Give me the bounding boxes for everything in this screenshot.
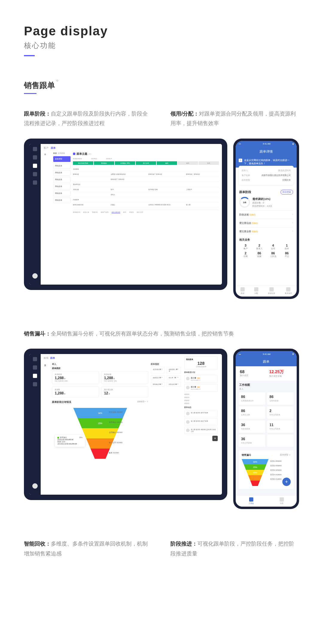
menu-icon[interactable] <box>33 357 37 361</box>
biz-cell[interactable]: 2联系人 <box>253 244 266 250</box>
svg-text:25%: 25% <box>253 466 257 468</box>
main-header: 客户 跟单 <box>44 146 219 150</box>
user-avatar[interactable] <box>32 483 38 489</box>
overview-row[interactable]: 超期未定56个 <box>151 375 165 380</box>
page-subtitle: 核心功能 <box>24 41 299 50</box>
chart-icon[interactable] <box>33 382 37 386</box>
section1-descriptions: 跟单阶段：自定义跟单阶段及阶段执行内容，阶段全流程推进记录，严控阶段推进过程 领… <box>24 109 299 128</box>
stage-chip[interactable]: 签订合同 <box>136 161 156 165</box>
tab-customer[interactable]: 客户 <box>44 146 48 150</box>
filter-item[interactable]: 网络跟单 <box>53 198 71 203</box>
right-panel: 我的跟单 128 正在跟进的跟单 跟单跟进计划 某小看 新购跟进内容摘要文字某小… <box>183 356 219 492</box>
overview-row[interactable]: 阶段推进56个 <box>151 382 165 387</box>
biz-cell[interactable]: 4合同 <box>267 244 279 250</box>
biz-cell[interactable]: 86线索 <box>253 251 266 258</box>
funnel-type-select[interactable]: 跟单类型一 ∨ <box>137 400 148 406</box>
overview-row[interactable]: 待售合同48个 <box>167 382 181 387</box>
tab-discover[interactable]: 发现 <box>44 357 48 359</box>
metric-cell[interactable]: 86近期无交数 <box>239 406 265 419</box>
desc-title: 销售漏斗： <box>24 331 51 337</box>
home-icon[interactable] <box>33 155 37 160</box>
funnel-type-select[interactable]: 跟单类型 ∨ <box>280 453 291 457</box>
tab-order[interactable]: 跟单 <box>50 357 55 359</box>
filter-item[interactable]: 网络跟单 <box>53 170 71 176</box>
overview-row[interactable]: 待分类56个 <box>167 375 181 380</box>
tab[interactable]: 相关业务(12) <box>112 211 120 213</box>
action-follow[interactable]: 跟进 <box>240 287 245 295</box>
stage-chip[interactable]: 输单 <box>199 161 219 165</box>
metric-cell[interactable]: 2待售合同跟单 <box>267 406 294 419</box>
stage-chip[interactable]: 赢单 <box>178 161 198 165</box>
follow-icon <box>240 287 245 291</box>
action-assign[interactable]: 分配 <box>254 287 258 295</box>
order-icon[interactable] <box>33 164 37 168</box>
biz-cell[interactable]: 1跟单 <box>281 244 293 250</box>
menu-icon[interactable] <box>33 147 37 151</box>
metric-cell[interactable]: 11待售合同跟单 <box>267 420 294 433</box>
filter-item[interactable]: 网络跟单 <box>53 163 71 169</box>
tab[interactable]: 跟单购(12) <box>73 211 80 213</box>
tab[interactable]: 预警(12) <box>92 211 98 213</box>
tab-order[interactable]: 跟单 <box>51 146 56 150</box>
stage-chip[interactable]: 赢单 <box>157 161 177 165</box>
home-icon[interactable] <box>33 365 37 370</box>
tab[interactable]: 跟进记录 <box>83 211 89 213</box>
desc-title: 阶段推进： <box>170 541 197 547</box>
metric-cell[interactable]: 36待售合同跟单 <box>239 435 265 447</box>
overview-row[interactable]: 未变化数56个 <box>151 367 165 373</box>
stage-chip[interactable]: 初次洽谈(完成) <box>73 161 93 165</box>
metric-cell[interactable]: 86近期未跟进 <box>267 392 294 405</box>
task-row[interactable]: 需完善信息 待执行› <box>239 219 293 227</box>
metric-cell[interactable]: 86近期需跟进以外 <box>239 392 265 405</box>
person-select[interactable]: 本人 <box>52 363 148 366</box>
filter-all[interactable]: 全部跟单 <box>58 152 65 155</box>
section3-descriptions: 智能回收：多维度、多条件设置跟单回收机制，机制增加销售紧迫感 阶段推进：可视化跟… <box>24 539 299 558</box>
page-header: Page display 核心功能 <box>24 24 299 56</box>
filter-search[interactable]: 检索 <box>53 152 57 155</box>
filter-item[interactable]: 网络跟单 <box>53 177 71 183</box>
person-card[interactable]: 某小看 新购跟进内容摘要文字 <box>184 375 218 383</box>
tab[interactable]: 附件 <box>123 211 126 213</box>
metric-cell[interactable] <box>267 435 294 447</box>
overview-title: 跟单视图 <box>151 363 181 366</box>
breadcrumb: 跟单跟单阶段 活跃类型 关联客户 <box>73 158 219 160</box>
person-card[interactable]: 某小看 新购跟进内容摘要文字 <box>184 384 218 392</box>
tab-list[interactable]: 列表 <box>280 497 284 505</box>
action-more[interactable]: 更多操作 <box>285 287 292 295</box>
tab[interactable]: 相关人(2) <box>137 211 143 213</box>
stage-chip[interactable]: 需求确认 <box>94 161 114 165</box>
change-stage-button[interactable]: 阶段变更 <box>281 190 293 195</box>
biz-cell[interactable]: 86工作流 <box>267 251 279 258</box>
action-record[interactable]: 跟进记录 <box>268 287 275 295</box>
tab[interactable]: 审批流 <box>129 211 134 213</box>
filter-item[interactable]: 网络跟单 <box>53 191 71 196</box>
task-row[interactable]: 需完善业务 待执行› <box>239 227 293 236</box>
phone-tab-bar: 工作台 列表 <box>236 495 297 507</box>
filter-item[interactable]: 网络跟单 <box>53 184 71 189</box>
filter-item[interactable]: 跟单类型 <box>53 156 71 162</box>
settings-icon[interactable] <box>33 180 37 185</box>
stage-section: 跟单阶段 阶段变更 1/6 需求调研(10%) 跟进次数：0 阶段停留时长：4.… <box>236 187 297 210</box>
task-row[interactable]: 阶段进展 待执行› <box>239 210 293 219</box>
overview-row[interactable]: 未跟进跟单48个 <box>167 367 181 373</box>
funnel-title: 销售漏斗 <box>242 453 251 457</box>
page-title: Page display <box>24 24 299 38</box>
tab-workspace[interactable]: 工作台 <box>249 497 254 505</box>
tab[interactable]: 跟单产品(5) <box>101 211 109 213</box>
chart-icon[interactable] <box>33 172 37 176</box>
data-row: 历史跟单 <box>73 197 219 202</box>
add-button[interactable]: + <box>212 436 218 441</box>
fab-add-button[interactable]: + <box>282 478 291 486</box>
section2-description: 销售漏斗：全局销售漏斗分析，可视化所有跟单状态分布，预测销售业绩，把控销售节奏 <box>24 329 299 338</box>
phone-action-bar: 跟进 分配 跟进记录 更多操作 <box>236 285 297 297</box>
detail-tabs: 跟单购(12) 跟进记录 预警(12) 跟单产品(5) 相关业务(12) 附件 … <box>73 210 219 213</box>
stage-chip[interactable]: 合同确认 40% <box>115 161 135 165</box>
biz-cell[interactable]: 86产品 <box>281 251 293 258</box>
work-view-sub[interactable]: 本人 <box>236 388 297 391</box>
user-avatar[interactable] <box>32 273 38 279</box>
more-icon <box>286 287 290 291</box>
order-icon[interactable] <box>33 374 37 378</box>
metric-cell[interactable]: 36待跟进跟单 <box>239 420 265 433</box>
biz-cell[interactable]: 2官网 <box>239 251 252 258</box>
biz-cell[interactable]: 3客户 <box>239 244 252 250</box>
